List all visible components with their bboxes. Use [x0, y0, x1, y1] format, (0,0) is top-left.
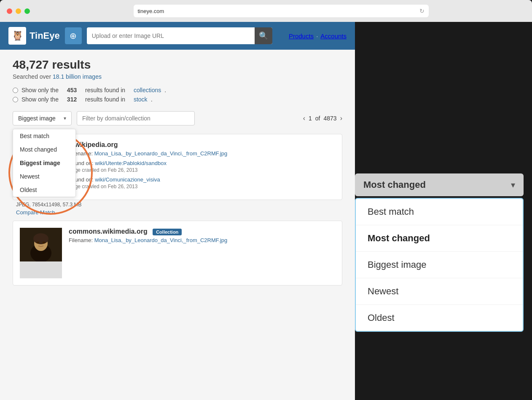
- searched-text: Searched over: [13, 73, 51, 80]
- url-text: tineye.com: [138, 8, 419, 14]
- filename-label-2: Filename:: [69, 237, 93, 243]
- svg-point-21: [43, 242, 45, 243]
- stock-link[interactable]: stock: [134, 96, 148, 103]
- logo-text: TinEye: [30, 30, 60, 41]
- result-domain-1: it.wikipedia.org: [69, 141, 335, 149]
- result-info-2: commons.wikimedia.org Collection Filenam…: [69, 228, 335, 278]
- collections-link[interactable]: collections: [134, 87, 161, 93]
- search-icon: 🔍: [259, 31, 268, 40]
- svg-point-20: [37, 242, 39, 243]
- header-nav: Products · Accounts: [289, 32, 347, 40]
- large-dropdown-menu: Best match Most changed Biggest image Ne…: [355, 198, 524, 332]
- result-crawled-1a: Page crawled on Feb 26, 2013: [69, 167, 335, 173]
- right-panel: Most changed ▾ Best match Most changed B…: [355, 22, 532, 400]
- window-chrome: tineye.com ↻: [0, 0, 532, 22]
- large-sort-biggest-image[interactable]: Biggest image: [356, 252, 523, 278]
- browser-area: 🦉 TinEye ⊕ 🔍 Products · Accounts 48,727 …: [0, 22, 532, 400]
- sort-option-biggest-image[interactable]: Biggest image: [13, 156, 75, 170]
- search-button[interactable]: 🔍: [255, 27, 272, 44]
- filter2-mid: results found in: [85, 96, 125, 103]
- nav-accounts[interactable]: Accounts: [320, 32, 347, 40]
- svg-point-19: [33, 233, 48, 244]
- compare-match-link-1[interactable]: Compare Match: [16, 209, 342, 216]
- fullscreen-button[interactable]: [24, 8, 30, 14]
- sort-option-newest[interactable]: Newest: [13, 170, 75, 183]
- result-filename-1: Filename: Mona_Lisa,_by_Leonardo_da_Vinc…: [69, 150, 335, 157]
- result-info-1: it.wikipedia.org Filename: Mona_Lisa,_by…: [69, 141, 335, 193]
- sort-option-best-match[interactable]: Best match: [13, 129, 75, 143]
- results-count: 48,727 results: [13, 58, 342, 72]
- site-content: 🦉 TinEye ⊕ 🔍 Products · Accounts 48,727 …: [0, 22, 355, 400]
- page-of: of: [315, 115, 320, 122]
- logo-icon: 🦉: [8, 27, 26, 45]
- result-found-on-1b: Found on: wiki/Comunicazione_visiva: [69, 176, 335, 183]
- site-header: 🦉 TinEye ⊕ 🔍 Products · Accounts: [0, 22, 355, 50]
- filter1-count: 453: [67, 87, 77, 93]
- address-bar[interactable]: tineye.com ↻: [134, 5, 429, 17]
- logo-area[interactable]: 🦉 TinEye: [8, 27, 60, 45]
- filter1-mid: results found in: [85, 87, 125, 93]
- sort-label: Biggest image: [18, 115, 56, 122]
- result1-bottom: JPEG, 7854x11498, 57.3 MB Compare Match: [13, 202, 342, 216]
- large-sort-button[interactable]: Most changed ▾: [355, 173, 524, 196]
- result-item-2: commons.wikimedia.org Collection Filenam…: [13, 221, 342, 285]
- search-input[interactable]: [87, 32, 255, 39]
- main-content: 48,727 results Searched over 18.1 billio…: [0, 50, 355, 400]
- filename-link-1[interactable]: Mona_Lisa,_by_Leonardo_da_Vinci,_from_C2…: [94, 150, 228, 157]
- filter-collections: Show only the 453 results found in colle…: [13, 87, 342, 93]
- reload-icon[interactable]: ↻: [419, 8, 425, 14]
- domain-filter-input[interactable]: [77, 111, 195, 125]
- found2-link[interactable]: wiki/Comunicazione_visiva: [95, 176, 160, 183]
- large-dropdown-arrow-icon: ▾: [511, 180, 515, 190]
- close-button[interactable]: [7, 8, 12, 14]
- results-subtitle: Searched over 18.1 billion images: [13, 73, 342, 80]
- large-sort-best-match[interactable]: Best match: [356, 199, 523, 225]
- filter-options: Show only the 453 results found in colle…: [13, 87, 342, 103]
- page-current: 1: [309, 115, 312, 122]
- next-page-button[interactable]: ›: [340, 115, 342, 122]
- sort-option-most-changed[interactable]: Most changed: [13, 143, 75, 156]
- result-crawled-1b: Page crawled on Feb 26, 2013: [69, 184, 335, 189]
- prev-page-button[interactable]: ‹: [303, 115, 305, 122]
- large-sort-oldest[interactable]: Oldest: [356, 305, 523, 331]
- page-total: 4873: [324, 115, 337, 122]
- dropdown-arrow-icon: ▾: [64, 115, 66, 121]
- filter2-post: .: [151, 96, 153, 103]
- traffic-lights: [7, 8, 30, 14]
- sort-dropdown[interactable]: Biggest image ▾: [13, 111, 72, 125]
- filter1-pre: Show only the: [21, 87, 59, 93]
- found1-link[interactable]: wiki/Utente:Pablokid/sandbox: [95, 160, 167, 166]
- large-dropdown-container: Most changed ▾ Best match Most changed B…: [355, 173, 524, 332]
- upload-button[interactable]: ⊕: [65, 27, 82, 44]
- billion-images-link[interactable]: 18.1 billion images: [53, 73, 102, 80]
- filter2-pre: Show only the: [21, 96, 59, 103]
- minimize-button[interactable]: [16, 8, 21, 14]
- search-bar: 🔍: [87, 27, 272, 44]
- large-sort-label: Most changed: [363, 179, 426, 190]
- large-sort-most-changed[interactable]: Most changed: [356, 225, 523, 252]
- nav-products[interactable]: Products: [289, 32, 314, 40]
- filter-stock-radio[interactable]: [13, 97, 18, 102]
- filename-link-2[interactable]: Mona_Lisa,_by_Leonardo_da_Vinci,_from_C2…: [94, 237, 228, 243]
- mona-lisa-thumbnail-2: [20, 228, 62, 261]
- filter-stock: Show only the 312 results found in stock…: [13, 96, 342, 103]
- small-sort-dropdown-menu: Best match Most changed Biggest image Ne…: [13, 129, 76, 197]
- sort-option-oldest[interactable]: Oldest: [13, 183, 75, 197]
- pagination: ‹ 1 of 4873 ›: [303, 115, 342, 122]
- result-meta-1: JPEG, 7854x11498, 57.3 MB: [16, 202, 342, 208]
- filter2-count: 312: [67, 96, 77, 103]
- result-filename-2: Filename: Mona_Lisa,_by_Leonardo_da_Vinc…: [69, 237, 335, 243]
- large-sort-newest[interactable]: Newest: [356, 278, 523, 305]
- filter-collections-radio[interactable]: [13, 88, 18, 93]
- result-domain-2: commons.wikimedia.org Collection: [69, 228, 335, 235]
- controls-row: Biggest image ▾ Best match Most changed …: [13, 111, 342, 125]
- filter1-post: .: [164, 87, 166, 93]
- result-found-on-1a: Found on: wiki/Utente:Pablokid/sandbox: [69, 160, 335, 166]
- result-thumbnail-2: [20, 228, 62, 278]
- collection-badge: Collection: [153, 229, 182, 235]
- nav-separator: ·: [316, 32, 318, 40]
